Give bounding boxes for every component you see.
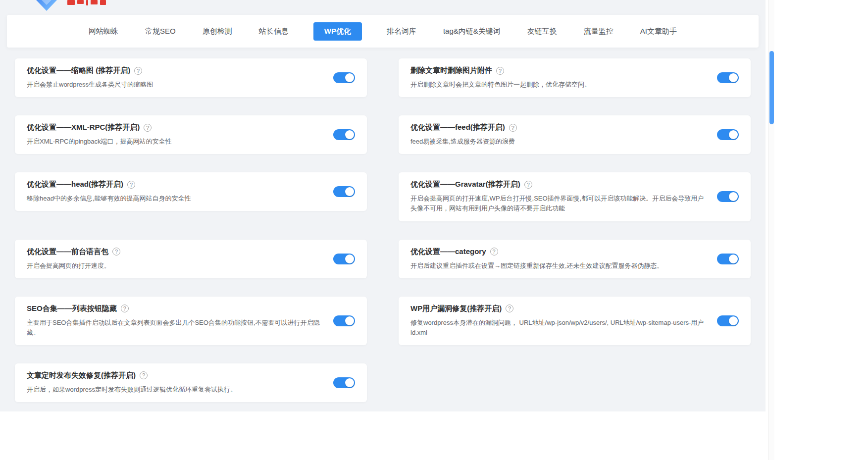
toggle-switch[interactable] <box>717 191 739 202</box>
help-icon[interactable]: ? <box>506 305 513 312</box>
setting-card: 优化设置——前台语言包 ? 开启会提高网页的打开速度。 <box>15 240 367 278</box>
toggle-knob <box>729 255 738 263</box>
help-icon[interactable]: ? <box>112 248 120 256</box>
help-icon[interactable]: ? <box>524 181 532 189</box>
setting-card: 优化设置——feed(推荐开启) ? feed易被采集,造成服务器资源的浪费 <box>399 115 751 154</box>
setting-title: 优化设置——category <box>410 247 486 256</box>
nav-tab-10[interactable]: AI文章助手 <box>638 22 679 41</box>
toggle-switch[interactable] <box>333 377 355 388</box>
setting-title: 优化设置——XML-RPC(推荐开启) <box>27 123 140 132</box>
toggle-knob <box>729 73 738 82</box>
toggle-knob <box>345 73 354 82</box>
nav-tab-5[interactable]: WP优化 <box>313 22 362 41</box>
setting-title: 优化设置——feed(推荐开启) <box>410 123 505 132</box>
setting-description: 开启XML-RPC的pingback端口，提高网站的安全性 <box>27 137 321 147</box>
setting-card: 删除文章时删除图片附件 ? 开启删除文章时会把文章的特色图片一起删除，优化存储空… <box>399 58 751 97</box>
setting-description: 开启会提高网页的打开速度。 <box>27 261 321 271</box>
toggle-switch[interactable] <box>333 315 355 326</box>
logo-icon <box>35 0 58 12</box>
setting-text: 文章定时发布失效修复(推荐开启) ? 开启后，如果wordpress定时发布失败… <box>27 371 321 395</box>
toggle-knob <box>729 316 738 325</box>
scrollbar-thumb[interactable] <box>769 51 774 124</box>
toggle-knob <box>345 378 354 387</box>
toggle-knob <box>345 255 354 263</box>
setting-text: 删除文章时删除图片附件 ? 开启删除文章时会把文章的特色图片一起删除，优化存储空… <box>410 66 705 90</box>
setting-title: 优化设置——head(推荐开启) <box>27 180 123 189</box>
toggle-switch[interactable] <box>333 254 355 264</box>
setting-title: 文章定时发布失效修复(推荐开启) <box>27 371 136 380</box>
toggle-switch[interactable] <box>717 315 739 326</box>
nav-tab-2[interactable]: 常规SEO <box>143 22 178 41</box>
setting-card: 优化设置——缩略图 (推荐开启) ? 开启会禁止wordpress生成各类尺寸的… <box>15 58 367 97</box>
nav-tab-8[interactable]: 友链互换 <box>525 22 559 41</box>
setting-title: 删除文章时删除图片附件 <box>410 66 492 75</box>
toggle-knob <box>345 130 354 139</box>
setting-description: 开启会提高网页的打开速度,WP后台打开慢,SEO插件界面慢,都可以开启该功能解决… <box>410 194 705 213</box>
setting-card: SEO合集——列表按钮隐藏 ? 主要用于SEO合集插件启动以后在文章列表页面会多… <box>15 297 367 345</box>
setting-text: 优化设置——XML-RPC(推荐开启) ? 开启XML-RPC的pingback… <box>27 123 321 147</box>
setting-description: 开启后建议重启插件或在设置→固定链接重新保存生效,还未生效建议配置服务器伪静态。 <box>410 261 705 271</box>
toggle-switch[interactable] <box>333 72 355 83</box>
help-icon[interactable]: ? <box>134 67 142 75</box>
nav-tab-4[interactable]: 站长信息 <box>257 22 291 41</box>
setting-card: 文章定时发布失效修复(推荐开启) ? 开启后，如果wordpress定时发布失败… <box>15 363 367 402</box>
toggle-knob <box>345 187 354 196</box>
setting-text: SEO合集——列表按钮隐藏 ? 主要用于SEO合集插件启动以后在文章列表页面会多… <box>27 304 321 338</box>
setting-description: 开启后，如果wordpress定时发布失败则通过逻辑优化循环重复尝试执行。 <box>27 385 321 395</box>
setting-title: SEO合集——列表按钮隐藏 <box>27 304 117 313</box>
toggle-knob <box>729 192 738 201</box>
toggle-knob <box>729 130 738 139</box>
nav-tab-6[interactable]: 排名词库 <box>385 22 418 41</box>
nav-tab-7[interactable]: tag&内链&关键词 <box>441 22 503 41</box>
toggle-switch[interactable] <box>333 129 355 140</box>
toggle-switch[interactable] <box>333 186 355 197</box>
setting-title: 优化设置——缩略图 (推荐开启) <box>27 66 130 75</box>
setting-card: 优化设置——head(推荐开启) ? 移除head中的多余信息,能够有效的提高网… <box>15 172 367 211</box>
nav-tabs: 网站蜘蛛常规SEO原创检测站长信息WP优化排名词库tag&内链&关键词友链互换流… <box>87 22 679 41</box>
logo-text-fragment <box>67 0 106 12</box>
help-icon[interactable]: ? <box>127 181 135 189</box>
toggle-knob <box>345 316 354 325</box>
setting-description: 移除head中的多余信息,能够有效的提高网站自身的安全性 <box>27 194 321 204</box>
settings-grid: 优化设置——缩略图 (推荐开启) ? 开启会禁止wordpress生成各类尺寸的… <box>7 48 759 402</box>
help-icon[interactable]: ? <box>140 371 148 379</box>
setting-description: 修复wordpress本身潜在的漏洞问题， URL地址/wp-json/wp/v… <box>410 318 705 338</box>
setting-title: 优化设置——前台语言包 <box>27 247 108 256</box>
settings-page: 网站蜘蛛常规SEO原创检测站长信息WP优化排名词库tag&内链&关键词友链互换流… <box>0 0 766 411</box>
setting-description: feed易被采集,造成服务器资源的浪费 <box>410 137 705 147</box>
help-icon[interactable]: ? <box>121 305 129 312</box>
nav-tab-1[interactable]: 网站蜘蛛 <box>87 22 120 41</box>
setting-description: 开启会禁止wordpress生成各类尺寸的缩略图 <box>27 80 321 90</box>
setting-description: 开启删除文章时会把文章的特色图片一起删除，优化存储空间。 <box>410 80 705 90</box>
setting-text: 优化设置——head(推荐开启) ? 移除head中的多余信息,能够有效的提高网… <box>27 180 321 204</box>
help-icon[interactable]: ? <box>490 248 498 256</box>
site-logo <box>35 0 106 12</box>
nav-tab-3[interactable]: 原创检测 <box>201 22 234 41</box>
help-icon[interactable]: ? <box>509 124 517 132</box>
nav-tab-9[interactable]: 流量监控 <box>582 22 615 41</box>
setting-text: WP用户漏洞修复(推荐开启) ? 修复wordpress本身潜在的漏洞问题， U… <box>410 304 705 338</box>
toggle-switch[interactable] <box>717 72 739 83</box>
toggle-switch[interactable] <box>717 254 739 264</box>
setting-card: WP用户漏洞修复(推荐开启) ? 修复wordpress本身潜在的漏洞问题， U… <box>399 297 751 345</box>
setting-text: 优化设置——Gravatar(推荐开启) ? 开启会提高网页的打开速度,WP后台… <box>410 180 705 213</box>
setting-title: 优化设置——Gravatar(推荐开启) <box>410 180 520 189</box>
setting-description: 主要用于SEO合集插件启动以后在文章列表页面会多出几个SEO合集的功能按钮,不需… <box>27 318 321 338</box>
setting-text: 优化设置——前台语言包 ? 开启会提高网页的打开速度。 <box>27 247 321 271</box>
setting-text: 优化设置——缩略图 (推荐开启) ? 开启会禁止wordpress生成各类尺寸的… <box>27 66 321 90</box>
setting-card: 优化设置——category ? 开启后建议重启插件或在设置→固定链接重新保存生… <box>399 240 751 278</box>
setting-text: 优化设置——category ? 开启后建议重启插件或在设置→固定链接重新保存生… <box>410 247 705 271</box>
top-navigation: 网站蜘蛛常规SEO原创检测站长信息WP优化排名词库tag&内链&关键词友链互换流… <box>7 15 759 48</box>
setting-title: WP用户漏洞修复(推荐开启) <box>410 304 502 313</box>
setting-card: 优化设置——XML-RPC(推荐开启) ? 开启XML-RPC的pingback… <box>15 115 367 154</box>
help-icon[interactable]: ? <box>496 67 504 75</box>
setting-text: 优化设置——feed(推荐开启) ? feed易被采集,造成服务器资源的浪费 <box>410 123 705 147</box>
scrollbar-track[interactable] <box>768 0 774 460</box>
help-icon[interactable]: ? <box>144 124 152 132</box>
setting-card: 优化设置——Gravatar(推荐开启) ? 开启会提高网页的打开速度,WP后台… <box>399 172 751 221</box>
toggle-switch[interactable] <box>717 129 739 140</box>
